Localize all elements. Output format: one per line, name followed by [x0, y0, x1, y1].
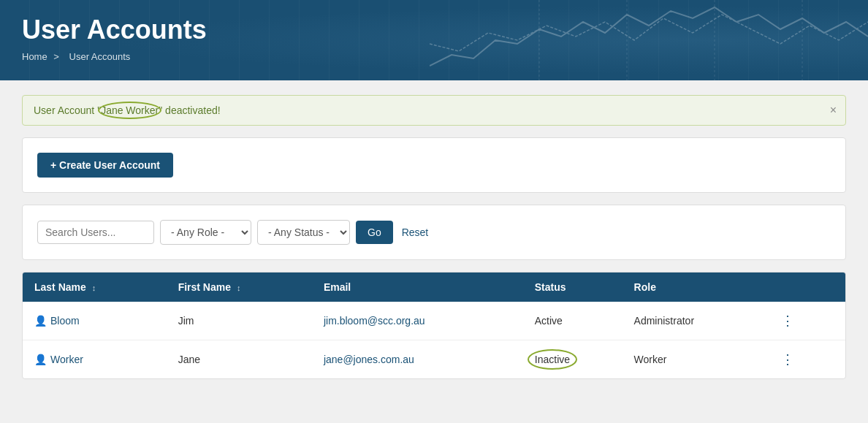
users-table-card: Last Name ↕ First Name ↕ Email Status Ro…	[22, 272, 846, 379]
main-content: User Account "Jane Worker" deactivated! …	[0, 80, 868, 405]
col-status: Status	[523, 273, 623, 302]
cell-first-name: Jane	[167, 340, 312, 379]
create-user-account-button[interactable]: + Create User Account	[37, 153, 173, 178]
row-action-menu-button[interactable]: ⋮	[775, 311, 800, 330]
page-title: User Accounts	[22, 15, 846, 45]
alert-message-prefix: User Account "	[34, 104, 101, 116]
table-header: Last Name ↕ First Name ↕ Email Status Ro…	[23, 273, 845, 302]
search-panel: - Any Role - Administrator Worker - Any …	[22, 205, 846, 260]
col-email: Email	[312, 273, 523, 302]
cell-role: Worker	[623, 340, 764, 379]
user-last-name-link[interactable]: Worker	[50, 354, 83, 365]
page-header: User Accounts Home > User Accounts	[0, 0, 868, 80]
role-filter-select[interactable]: - Any Role - Administrator Worker	[160, 220, 251, 245]
status-filter-select[interactable]: - Any Status - Active Inactive	[257, 220, 350, 245]
status-badge: Active	[535, 315, 563, 327]
user-icon: 👤	[34, 315, 47, 327]
row-action-menu-button[interactable]: ⋮	[775, 350, 800, 369]
col-actions	[764, 273, 845, 302]
col-last-name[interactable]: Last Name ↕	[23, 273, 167, 302]
col-first-name[interactable]: First Name ↕	[167, 273, 312, 302]
users-table: Last Name ↕ First Name ↕ Email Status Ro…	[23, 273, 845, 378]
sort-last-name-icon: ↕	[92, 283, 96, 292]
search-go-button[interactable]: Go	[356, 221, 393, 244]
alert-highlighted-name: Jane Worker	[101, 104, 159, 116]
cell-status: Active	[523, 302, 623, 340]
user-email-link[interactable]: jane@jones.com.au	[324, 354, 414, 365]
cell-status: Inactive	[523, 340, 623, 379]
table-row: 👤WorkerJanejane@jones.com.auInactiveWork…	[23, 340, 845, 379]
sort-first-name-icon: ↕	[237, 283, 241, 292]
cell-role: Administrator	[623, 302, 764, 340]
breadcrumb-separator: >	[53, 51, 59, 62]
cell-first-name: Jim	[167, 302, 312, 340]
alert-message-suffix: " deactivated!	[159, 104, 220, 116]
cell-email: jane@jones.com.au	[312, 340, 523, 379]
cell-email: jim.bloom@scc.org.au	[312, 302, 523, 340]
alert-close-button[interactable]: ×	[830, 104, 837, 116]
status-badge: Inactive	[535, 354, 570, 365]
col-role: Role	[623, 273, 764, 302]
cell-last-name: 👤Bloom	[23, 302, 167, 340]
breadcrumb-home-link[interactable]: Home	[22, 51, 47, 62]
cell-last-name: 👤Worker	[23, 340, 167, 379]
search-reset-button[interactable]: Reset	[399, 221, 432, 244]
create-account-panel: + Create User Account	[22, 137, 846, 193]
cell-actions: ⋮	[764, 302, 845, 340]
user-last-name-link[interactable]: Bloom	[50, 315, 80, 327]
user-icon: 👤	[34, 354, 47, 365]
alert-banner: User Account "Jane Worker" deactivated! …	[22, 95, 846, 126]
table-row: 👤BloomJimjim.bloom@scc.org.auActiveAdmin…	[23, 302, 845, 340]
breadcrumb-current: User Accounts	[69, 51, 131, 62]
breadcrumb: Home > User Accounts	[22, 51, 846, 62]
search-input[interactable]	[37, 221, 154, 244]
alert-message: User Account "Jane Worker" deactivated!	[34, 104, 221, 116]
search-row: - Any Role - Administrator Worker - Any …	[37, 220, 831, 245]
table-body: 👤BloomJimjim.bloom@scc.org.auActiveAdmin…	[23, 302, 845, 378]
cell-actions: ⋮	[764, 340, 845, 379]
user-email-link[interactable]: jim.bloom@scc.org.au	[324, 315, 425, 327]
